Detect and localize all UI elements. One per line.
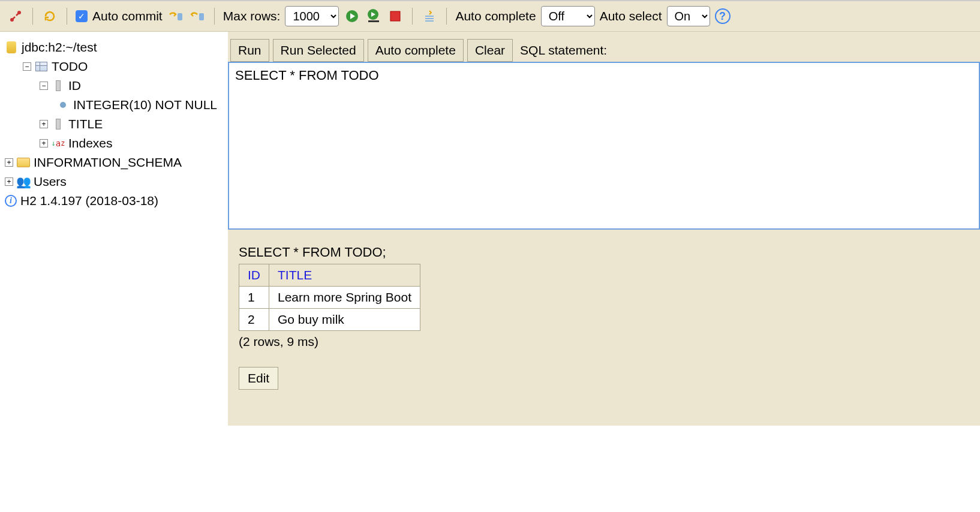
svg-rect-6 bbox=[368, 20, 379, 22]
table-label: TODO bbox=[52, 59, 88, 74]
column-icon bbox=[52, 80, 65, 92]
content-area: Run Run Selected Auto complete Clear SQL… bbox=[228, 32, 980, 426]
type-icon bbox=[56, 99, 70, 111]
folder-icon bbox=[17, 156, 30, 168]
users-icon: 👥 bbox=[17, 176, 30, 188]
stop-icon[interactable] bbox=[387, 8, 404, 25]
cell: Go buy milk bbox=[269, 309, 420, 331]
separator bbox=[214, 8, 215, 25]
svg-rect-7 bbox=[390, 11, 400, 21]
auto-complete-label: Auto complete bbox=[455, 9, 536, 23]
collapse-icon[interactable]: − bbox=[23, 62, 31, 71]
tree-column-title[interactable]: + TITLE bbox=[5, 115, 223, 134]
result-stats: (2 rows, 9 ms) bbox=[239, 335, 969, 349]
sql-statement-label: SQL statement: bbox=[520, 43, 607, 58]
toolbar: ✓ Auto commit Max rows: 1000 Auto comple… bbox=[0, 0, 980, 32]
auto-complete-select[interactable]: Off bbox=[541, 6, 595, 26]
max-rows-select[interactable]: 1000 bbox=[285, 6, 339, 26]
help-icon[interactable]: ? bbox=[715, 8, 731, 24]
users-label: Users bbox=[34, 174, 67, 189]
sidebar: jdbc:h2:~/test − TODO − ID INTEGER(10) N… bbox=[0, 32, 228, 426]
separator bbox=[446, 8, 447, 25]
column-header-title[interactable]: TITLE bbox=[269, 264, 420, 287]
auto-commit-checkbox[interactable]: ✓ bbox=[76, 10, 88, 22]
column-icon bbox=[52, 118, 65, 130]
clear-button[interactable]: Clear bbox=[467, 39, 513, 62]
run-selected-icon[interactable] bbox=[365, 8, 382, 25]
disconnect-icon[interactable] bbox=[7, 8, 24, 25]
database-icon bbox=[5, 41, 18, 53]
cell: 1 bbox=[239, 287, 269, 309]
connection-label: jdbc:h2:~/test bbox=[22, 40, 97, 55]
edit-button[interactable]: Edit bbox=[239, 367, 278, 390]
tree-connection[interactable]: jdbc:h2:~/test bbox=[5, 38, 223, 57]
version-label: H2 1.4.197 (2018-03-18) bbox=[20, 194, 158, 208]
indexes-label: Indexes bbox=[68, 136, 113, 150]
result-table: ID TITLE 1 Learn more Spring Boot 2 Go b… bbox=[239, 264, 420, 331]
table-icon bbox=[35, 61, 48, 73]
cell: 2 bbox=[239, 309, 269, 331]
tree-column-id[interactable]: − ID bbox=[5, 76, 223, 95]
history-icon[interactable] bbox=[421, 8, 438, 25]
executed-sql: SELECT * FROM TODO; bbox=[239, 245, 969, 260]
refresh-icon[interactable] bbox=[41, 8, 58, 25]
commit-icon[interactable] bbox=[167, 8, 184, 25]
indexes-icon: ↓az bbox=[52, 137, 65, 149]
collapse-icon[interactable]: − bbox=[40, 82, 48, 90]
column-header-id[interactable]: ID bbox=[239, 264, 269, 287]
svg-point-1 bbox=[17, 11, 21, 14]
tree-version: i H2 1.4.197 (2018-03-18) bbox=[5, 191, 223, 210]
auto-commit-label: Auto commit bbox=[92, 9, 163, 23]
max-rows-label: Max rows: bbox=[223, 9, 281, 23]
svg-rect-2 bbox=[178, 13, 182, 20]
expand-icon[interactable]: + bbox=[5, 177, 13, 186]
expand-icon[interactable]: + bbox=[40, 139, 48, 147]
separator bbox=[32, 8, 33, 25]
expand-icon[interactable]: + bbox=[5, 158, 13, 167]
separator bbox=[412, 8, 413, 25]
auto-select-label: Auto select bbox=[600, 9, 662, 23]
svg-rect-3 bbox=[199, 13, 204, 20]
tree-schema[interactable]: + INFORMATION_SCHEMA bbox=[5, 153, 223, 172]
column-type-label: INTEGER(10) NOT NULL bbox=[73, 98, 217, 112]
table-row: 2 Go buy milk bbox=[239, 309, 420, 331]
svg-point-0 bbox=[10, 18, 14, 22]
info-icon: i bbox=[5, 195, 17, 207]
schema-label: INFORMATION_SCHEMA bbox=[34, 155, 182, 170]
auto-complete-button[interactable]: Auto complete bbox=[368, 39, 464, 62]
run-icon[interactable] bbox=[344, 8, 360, 25]
run-button[interactable]: Run bbox=[230, 39, 269, 62]
sql-input[interactable] bbox=[228, 62, 980, 230]
table-row: 1 Learn more Spring Boot bbox=[239, 287, 420, 309]
column-id-label: ID bbox=[68, 79, 81, 93]
tree-column-type[interactable]: INTEGER(10) NOT NULL bbox=[5, 95, 223, 115]
tree-indexes[interactable]: + ↓az Indexes bbox=[5, 134, 223, 153]
tree-users[interactable]: + 👥 Users bbox=[5, 172, 223, 191]
cell: Learn more Spring Boot bbox=[269, 287, 420, 309]
separator bbox=[67, 8, 67, 25]
expand-icon[interactable]: + bbox=[40, 120, 48, 128]
column-title-label: TITLE bbox=[68, 117, 103, 131]
results-panel: SELECT * FROM TODO; ID TITLE 1 Learn mor… bbox=[228, 233, 980, 402]
run-selected-button[interactable]: Run Selected bbox=[273, 39, 364, 62]
auto-select-select[interactable]: On bbox=[667, 6, 710, 26]
tree-table[interactable]: − TODO bbox=[5, 57, 223, 76]
rollback-icon[interactable] bbox=[189, 8, 206, 25]
